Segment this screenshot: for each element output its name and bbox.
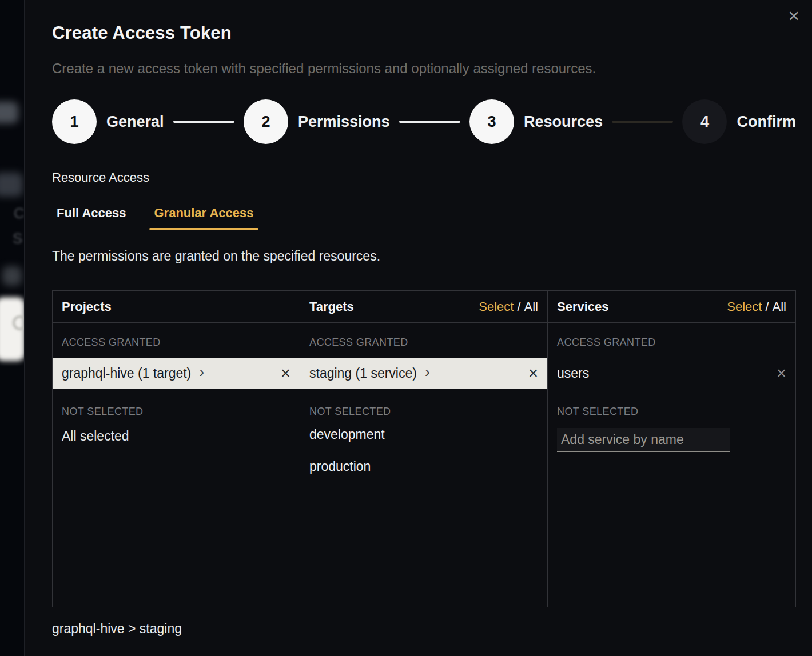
services-all-link[interactable]: All (773, 299, 786, 314)
step-resources: 3 Resources (469, 99, 603, 144)
background-blur-logo (13, 315, 24, 330)
select-all-separator: / (517, 299, 520, 314)
projects-column-header: Projects (53, 291, 300, 323)
step-3-label: Resources (524, 113, 603, 131)
background-text-fragment: C (14, 205, 24, 222)
targets-title: Targets (309, 299, 354, 314)
background-blur-shape (2, 266, 22, 286)
step-1-label: General (106, 113, 164, 131)
services-title: Services (557, 299, 609, 314)
background-page: C S (0, 0, 24, 656)
create-access-token-modal: × Create Access Token Create a new acces… (24, 0, 812, 656)
step-3-circle: 3 (469, 99, 514, 144)
granular-access-description: The permissions are granted on the speci… (52, 249, 796, 264)
services-select-all-links: Select/All (727, 299, 786, 314)
select-all-separator: / (765, 299, 769, 314)
project-row-graphql-hive[interactable]: graphql-hive (1 target) › × (53, 358, 300, 389)
step-4-label: Confirm (737, 113, 796, 131)
close-icon[interactable]: × (788, 6, 799, 25)
resource-table: Projects ACCESS GRANTED graphql-hive (1 … (52, 290, 796, 607)
projects-access-granted-label: ACCESS GRANTED (62, 337, 290, 349)
tab-full-access[interactable]: Full Access (52, 206, 130, 229)
breadcrumb-project: graphql-hive (52, 621, 125, 636)
step-confirm: 4 Confirm (682, 99, 796, 144)
targets-column: Targets Select/All ACCESS GRANTED stagin… (300, 291, 548, 607)
step-connector (173, 121, 234, 123)
target-option-development[interactable]: development (300, 419, 547, 450)
background-text-fragment: S (13, 230, 22, 247)
breadcrumb-target: staging (140, 621, 182, 636)
step-connector (612, 121, 673, 123)
modal-subtitle: Create a new access token with specified… (52, 61, 796, 77)
add-service-input[interactable] (557, 428, 730, 452)
step-connector (399, 121, 460, 123)
projects-all-selected-note: All selected (62, 429, 290, 444)
breadcrumb-separator: > (128, 621, 136, 636)
target-row-label: staging (1 service) (309, 366, 417, 381)
targets-select-all-links: Select/All (479, 299, 538, 314)
step-2-label: Permissions (298, 113, 390, 131)
services-not-selected-label: NOT SELECTED (557, 406, 786, 418)
page-title: Create Access Token (52, 23, 796, 43)
background-blur-shape (0, 173, 23, 197)
targets-column-header: Targets Select/All (300, 291, 547, 323)
breadcrumb: graphql-hive > staging (52, 621, 796, 637)
targets-select-link[interactable]: Select (479, 299, 514, 314)
resource-access-heading: Resource Access (52, 170, 796, 185)
chevron-right-icon: › (199, 365, 204, 380)
stepper: 1 General 2 Permissions 3 Resources 4 Co… (52, 99, 796, 144)
services-access-granted-label: ACCESS GRANTED (557, 337, 786, 349)
projects-column: Projects ACCESS GRANTED graphql-hive (1 … (53, 291, 300, 607)
target-option-production[interactable]: production (300, 451, 547, 482)
step-general: 1 General (52, 99, 164, 144)
tab-granular-access[interactable]: Granular Access (149, 206, 258, 229)
remove-service-icon[interactable]: × (777, 365, 786, 382)
targets-not-selected-label: NOT SELECTED (309, 406, 538, 418)
remove-project-icon[interactable]: × (281, 365, 290, 382)
service-row-label: users (557, 366, 589, 381)
targets-all-link[interactable]: All (524, 299, 538, 314)
targets-access-granted-label: ACCESS GRANTED (309, 337, 538, 349)
project-row-label: graphql-hive (1 target) (62, 366, 191, 381)
target-row-staging[interactable]: staging (1 service) › × (300, 358, 547, 389)
step-2-circle: 2 (244, 99, 288, 144)
background-blur-shape (0, 102, 18, 123)
projects-not-selected-label: NOT SELECTED (62, 406, 290, 418)
chevron-right-icon: › (425, 365, 430, 380)
resource-access-tabs: Full Access Granular Access (52, 206, 796, 229)
service-row-users: users × (548, 358, 795, 389)
remove-target-icon[interactable]: × (528, 365, 538, 382)
step-4-circle: 4 (682, 99, 727, 144)
step-1-circle: 1 (52, 99, 97, 144)
services-select-link[interactable]: Select (727, 299, 762, 314)
services-column: Services Select/All ACCESS GRANTED users… (548, 291, 795, 607)
projects-title: Projects (62, 299, 112, 314)
step-permissions: 2 Permissions (244, 99, 390, 144)
services-column-header: Services Select/All (548, 291, 795, 323)
